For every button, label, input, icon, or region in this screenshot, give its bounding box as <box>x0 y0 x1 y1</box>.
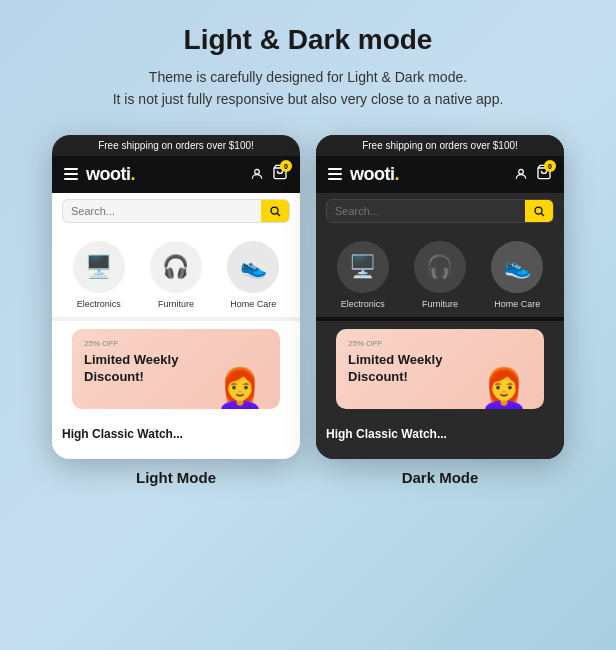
dark-navbar: wooti. 0 <box>316 156 564 193</box>
light-category-furniture[interactable]: 🎧 Furniture <box>150 241 202 309</box>
dark-electronics-circle: 🖥️ <box>337 241 389 293</box>
dark-promo-discount: 25% OFF <box>348 339 452 348</box>
dark-user-icon <box>514 167 528 181</box>
dark-mode-wrapper: Free shipping on orders over $100! wooti… <box>316 135 564 486</box>
electronics-circle: 🖥️ <box>73 241 125 293</box>
svg-point-4 <box>519 170 524 175</box>
dark-nav-right: 0 <box>514 164 552 184</box>
light-search-bar <box>52 193 300 229</box>
dark-category-furniture[interactable]: 🎧 Furniture <box>414 241 466 309</box>
light-promo-discount: 25% OFF <box>84 339 188 348</box>
light-promo-section: 25% OFF Limited Weekly Discount! 👩‍🦰 <box>52 321 300 417</box>
light-nav-right: 0 <box>250 164 288 184</box>
furniture-circle: 🎧 <box>150 241 202 293</box>
dark-promo-section: 25% OFF Limited Weekly Discount! 👩‍🦰 <box>316 321 564 417</box>
dark-promo-title: Limited Weekly Discount! <box>348 352 452 386</box>
light-promo-text: 25% OFF Limited Weekly Discount! <box>72 329 200 409</box>
page-title: Light & Dark mode <box>184 24 433 56</box>
dark-promo-text: 25% OFF Limited Weekly Discount! <box>336 329 464 409</box>
dark-search-button[interactable] <box>525 200 553 222</box>
dark-categories: 🖥️ Electronics 🎧 Furniture 👟 Home Care <box>316 229 564 317</box>
dark-furniture-label: Furniture <box>422 299 458 309</box>
svg-point-2 <box>271 207 278 214</box>
dark-banner: Free shipping on orders over $100! <box>316 135 564 156</box>
svg-line-3 <box>277 213 280 216</box>
dark-furniture-circle: 🎧 <box>414 241 466 293</box>
light-search-wrapper[interactable] <box>62 199 290 223</box>
dark-brand: wooti. <box>350 164 399 185</box>
hamburger-icon[interactable] <box>64 168 78 180</box>
light-mode-wrapper: Free shipping on orders over $100! wooti… <box>52 135 300 486</box>
svg-point-0 <box>255 170 260 175</box>
dark-mode-phone: Free shipping on orders over $100! wooti… <box>316 135 564 459</box>
light-category-homecare[interactable]: 👟 Home Care <box>227 241 279 309</box>
page-subtitle: Theme is carefully designed for Light & … <box>113 66 504 111</box>
light-promo-image: 👩‍🦰 <box>200 329 280 409</box>
light-mode-phone: Free shipping on orders over $100! wooti… <box>52 135 300 459</box>
dark-category-electronics[interactable]: 🖥️ Electronics <box>337 241 389 309</box>
light-promo-banner[interactable]: 25% OFF Limited Weekly Discount! 👩‍🦰 <box>72 329 280 409</box>
dark-search-bar <box>316 193 564 229</box>
dark-product-title: High Classic Watch... <box>326 427 554 441</box>
light-brand: wooti. <box>86 164 135 185</box>
cart-badge-light: 0 <box>280 160 292 172</box>
user-icon <box>250 167 264 181</box>
dark-mode-label: Dark Mode <box>402 469 479 486</box>
search-icon <box>269 205 281 217</box>
svg-line-7 <box>541 213 544 216</box>
dark-hamburger-icon[interactable] <box>328 168 342 180</box>
dark-search-icon <box>533 205 545 217</box>
dark-cart-badge: 0 <box>544 160 556 172</box>
cart-wrapper[interactable]: 0 <box>272 164 288 184</box>
dark-electronics-label: Electronics <box>341 299 385 309</box>
light-nav-left: wooti. <box>64 164 135 185</box>
dark-promo-banner[interactable]: 25% OFF Limited Weekly Discount! 👩‍🦰 <box>336 329 544 409</box>
dark-search-input[interactable] <box>327 200 525 222</box>
light-product-section: High Classic Watch... <box>52 417 300 459</box>
dark-category-homecare[interactable]: 👟 Home Care <box>491 241 543 309</box>
light-product-title: High Classic Watch... <box>62 427 290 441</box>
homecare-circle: 👟 <box>227 241 279 293</box>
dark-product-section: High Classic Watch... <box>316 417 564 459</box>
light-banner: Free shipping on orders over $100! <box>52 135 300 156</box>
light-mode-label: Light Mode <box>136 469 216 486</box>
homecare-label: Home Care <box>230 299 276 309</box>
dark-nav-left: wooti. <box>328 164 399 185</box>
electronics-label: Electronics <box>77 299 121 309</box>
light-promo-title: Limited Weekly Discount! <box>84 352 188 386</box>
dark-homecare-label: Home Care <box>494 299 540 309</box>
furniture-label: Furniture <box>158 299 194 309</box>
light-category-electronics[interactable]: 🖥️ Electronics <box>73 241 125 309</box>
dark-cart-wrapper[interactable]: 0 <box>536 164 552 184</box>
dark-homecare-circle: 👟 <box>491 241 543 293</box>
svg-point-6 <box>535 207 542 214</box>
light-search-input[interactable] <box>63 200 261 222</box>
light-navbar: wooti. 0 <box>52 156 300 193</box>
phones-container: Free shipping on orders over $100! wooti… <box>52 135 564 486</box>
dark-search-wrapper[interactable] <box>326 199 554 223</box>
light-search-button[interactable] <box>261 200 289 222</box>
light-categories: 🖥️ Electronics 🎧 Furniture 👟 Home Care <box>52 229 300 317</box>
dark-promo-image: 👩‍🦰 <box>464 329 544 409</box>
